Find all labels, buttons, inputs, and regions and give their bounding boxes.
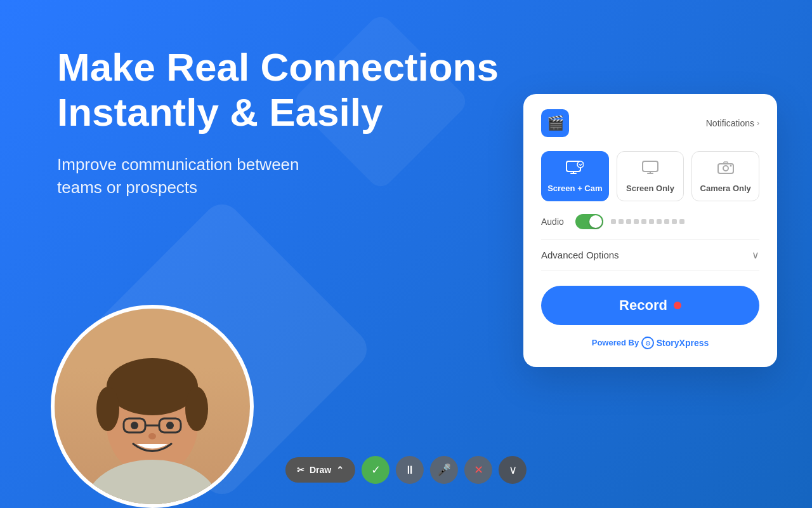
screen-cam-label: Screen + Cam <box>547 184 602 193</box>
storyxpress-icon: ⊙ <box>641 337 654 349</box>
svg-point-17 <box>723 166 728 171</box>
microphone-button[interactable]: 🎤 <box>430 456 458 484</box>
advanced-label: Advanced Options <box>541 250 619 260</box>
screen-cam-icon <box>566 161 584 178</box>
confirm-button[interactable]: ✓ <box>362 456 390 484</box>
record-panel: 🎬 Notifications › Screen + Cam <box>523 94 777 367</box>
sub-title: Improve communication betweenteams or pr… <box>57 153 499 199</box>
screen-only-icon <box>642 161 658 178</box>
svg-point-14 <box>577 161 584 168</box>
audio-label: Audio <box>541 217 568 227</box>
audio-bar-1 <box>611 219 616 224</box>
svg-point-11 <box>148 433 156 439</box>
record-button[interactable]: Record <box>541 286 759 325</box>
advanced-options-row[interactable]: Advanced Options ∨ <box>541 239 759 271</box>
storyxpress-logo: ⊙ StoryXpress <box>641 337 709 349</box>
audio-bar-2 <box>619 219 624 224</box>
clapperboard-icon: 🎬 <box>547 115 564 131</box>
draw-chevron-icon: ⌃ <box>336 465 344 475</box>
camera-only-label: Camera Only <box>700 184 751 193</box>
close-button[interactable]: ✕ <box>464 456 492 484</box>
audio-bar-8 <box>664 219 669 224</box>
audio-row: Audio <box>541 214 759 229</box>
bottom-toolbar: ✂ Draw ⌃ ✓ ⏸ 🎤 ✕ ∨ <box>285 456 527 484</box>
hero-content: Make Real Connections Instantly & Easily… <box>57 44 499 199</box>
brand-name: StoryXpress <box>657 338 709 348</box>
app-logo: 🎬 <box>541 109 569 137</box>
svg-rect-15 <box>643 161 658 171</box>
chevron-down-toolbar-icon: ∨ <box>509 463 517 477</box>
svg-point-3 <box>107 358 198 415</box>
microphone-icon: 🎤 <box>437 463 451 477</box>
pause-icon: ⏸ <box>404 464 416 477</box>
notifications-link[interactable]: Notifications › <box>706 118 759 128</box>
screen-only-button[interactable]: Screen Only <box>617 151 684 201</box>
toggle-knob <box>589 215 602 228</box>
more-button[interactable]: ∨ <box>499 456 527 484</box>
close-icon: ✕ <box>474 463 483 477</box>
screen-only-label: Screen Only <box>626 184 674 193</box>
notifications-chevron: › <box>757 119 759 128</box>
camera-only-icon <box>717 161 734 178</box>
pause-button[interactable]: ⏸ <box>396 456 424 484</box>
audio-bar-10 <box>679 219 684 224</box>
record-dot-icon <box>674 302 681 309</box>
panel-header: 🎬 Notifications › <box>541 109 759 137</box>
svg-point-5 <box>185 387 208 431</box>
audio-toggle[interactable] <box>575 214 603 229</box>
audio-bar-4 <box>634 219 639 224</box>
svg-point-9 <box>131 422 138 429</box>
audio-bar-3 <box>626 219 631 224</box>
svg-point-4 <box>96 387 119 431</box>
chevron-down-icon: ∨ <box>752 249 759 261</box>
audio-visualizer <box>611 219 684 224</box>
scissors-icon: ✂ <box>297 465 304 475</box>
audio-bar-5 <box>641 219 646 224</box>
main-title: Make Real Connections Instantly & Easily <box>57 44 499 135</box>
record-label: Record <box>619 297 667 314</box>
mode-buttons: Screen + Cam Screen Only <box>541 151 759 201</box>
camera-only-button[interactable]: Camera Only <box>691 151 759 201</box>
powered-by: Powered By ⊙ StoryXpress <box>541 337 759 349</box>
checkmark-icon: ✓ <box>371 463 381 477</box>
screen-cam-button[interactable]: Screen + Cam <box>541 151 609 201</box>
svg-point-10 <box>166 422 174 429</box>
avatar <box>51 305 254 508</box>
audio-bar-7 <box>657 219 662 224</box>
draw-button[interactable]: ✂ Draw ⌃ <box>285 457 355 483</box>
notifications-label: Notifications <box>706 118 754 128</box>
svg-point-18 <box>730 165 731 167</box>
audio-bar-9 <box>672 219 677 224</box>
powered-by-text: Powered By <box>592 338 639 347</box>
draw-label: Draw <box>310 465 331 475</box>
audio-bar-6 <box>649 219 654 224</box>
